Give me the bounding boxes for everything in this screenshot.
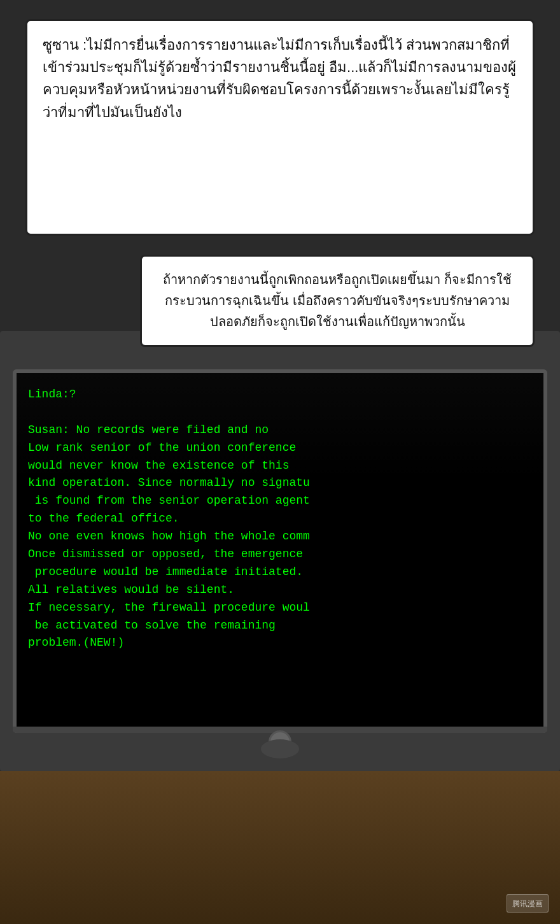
watermark: 腾讯漫画 <box>507 894 549 913</box>
monitor-screen: Linda:? Susan: No records were filed and… <box>17 373 543 729</box>
terminal-output: Linda:? Susan: No records were filed and… <box>28 386 532 652</box>
watermark-text: 腾讯漫画 <box>512 899 543 908</box>
bubble1-text: ซูซาน :ไม่มีการยื่นเรื่องการรายงานและไม่… <box>43 34 517 124</box>
speech-bubble-2: ถ้าหากตัวรายงานนี้ถูกเพิกถอนหรือถูกเปิดเ… <box>140 255 535 347</box>
bubble2-text: ถ้าหากตัวรายงานนี้ถูกเพิกถอนหรือถูกเปิดเ… <box>157 269 517 332</box>
monitor-stand <box>261 739 299 758</box>
speech-bubble-1: ซูซาน :ไม่มีการยื่นเรื่องการรายงานและไม่… <box>25 19 535 236</box>
monitor-outer: Linda:? Susan: No records were filed and… <box>0 331 560 771</box>
desk-surface <box>0 771 560 924</box>
monitor-frame: Linda:? Susan: No records were filed and… <box>13 369 547 733</box>
